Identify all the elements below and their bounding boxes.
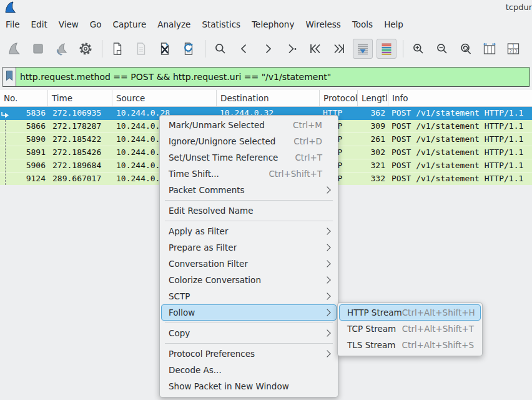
zoom-reset-button[interactable]: [456, 39, 476, 59]
column-header-info[interactable]: Info: [388, 90, 532, 106]
layout-grid-icon: 123: [506, 41, 521, 56]
submenu-item-http-stream[interactable]: HTTP Stream Ctrl+Alt+Shift+H: [339, 304, 481, 321]
submenu-arrow-icon: [323, 292, 330, 299]
chevron-right-dot-icon: [284, 41, 299, 56]
menu-item-label: Follow: [169, 308, 322, 318]
menu-item-sctp[interactable]: SCTP: [161, 288, 337, 304]
menu-tools[interactable]: Tools: [347, 18, 378, 31]
submenu-item-tls-stream[interactable]: TLS Stream Ctrl+Alt+Shift+S: [339, 337, 481, 353]
open-file-button[interactable]: [107, 39, 127, 59]
go-last-packet-button[interactable]: [329, 39, 349, 59]
column-header-source[interactable]: Source: [112, 90, 217, 106]
find-packet-button[interactable]: [210, 39, 230, 59]
menu-item-mark-unmark-selected[interactable]: Mark/Unmark Selected Ctrl+M: [161, 117, 337, 133]
menu-item-ignore-unignore-selected[interactable]: Ignore/Unignore Selected Ctrl+D: [161, 133, 337, 149]
menu-item-label: Set/Unset Time Reference: [169, 152, 295, 162]
submenu-arrow-icon: [323, 186, 330, 193]
menu-item-show-packet-in-new-window[interactable]: Show Packet in New Window: [161, 378, 337, 394]
menu-item-decode-as[interactable]: Decode As...: [161, 362, 337, 378]
menu-item-set-unset-time-reference[interactable]: Set/Unset Time Reference Ctrl+T: [161, 149, 337, 166]
last-packet-icon: [332, 41, 347, 56]
cell-no: 5890: [0, 133, 48, 146]
column-header-time[interactable]: Time: [48, 90, 112, 106]
menu-item-prepare-as-filter[interactable]: Prepare as Filter: [161, 239, 337, 256]
restart-capture-button[interactable]: [52, 39, 72, 59]
menu-go[interactable]: Go: [84, 18, 107, 31]
stop-capture-button[interactable]: [28, 39, 48, 59]
menu-view[interactable]: View: [53, 18, 84, 31]
reload-file-button[interactable]: [179, 39, 199, 59]
menu-item-copy[interactable]: Copy: [161, 325, 337, 341]
menu-item-packet-comments[interactable]: Packet Comments: [161, 182, 337, 198]
colorize-lines-icon: [379, 41, 394, 56]
menu-item-follow[interactable]: Follow: [161, 304, 337, 321]
toolbar-separator: [205, 40, 205, 58]
submenu-arrow-icon: [323, 309, 330, 316]
menu-file[interactable]: File: [0, 18, 26, 31]
display-filter-input[interactable]: [16, 68, 530, 86]
close-file-button[interactable]: [155, 39, 175, 59]
display-filter-bar: [0, 64, 532, 90]
cell-info: POST /v1/statement HTTP/1.1: [388, 159, 532, 172]
menu-wireless[interactable]: Wireless: [300, 18, 347, 31]
open-document-icon: [110, 41, 125, 56]
menu-item-time-shift[interactable]: Time Shift... Ctrl+Shift+T: [161, 166, 337, 182]
menu-item-label: Colorize Conversation: [169, 275, 322, 285]
auto-scroll-button[interactable]: [353, 39, 373, 59]
save-file-button[interactable]: [131, 39, 151, 59]
submenu-arrow-icon: [323, 329, 330, 336]
display-filter-field: [2, 67, 530, 87]
column-header-no[interactable]: No.: [0, 90, 48, 106]
menu-item-conversation-filter[interactable]: Conversation Filter: [161, 256, 337, 272]
go-back-button[interactable]: [234, 39, 254, 59]
go-first-packet-button[interactable]: [305, 39, 325, 59]
cell-info: POST /v1/statement HTTP/1.1: [388, 172, 532, 185]
chevron-left-icon: [237, 41, 252, 56]
zoom-out-button[interactable]: [432, 39, 452, 59]
menu-item-edit-resolved-name[interactable]: Edit Resolved Name: [161, 202, 337, 219]
submenu-arrow-icon: [323, 276, 330, 283]
cell-length: 332: [358, 172, 388, 185]
filter-bookmark-button[interactable]: [2, 68, 16, 86]
menu-item-label: Decode As...: [169, 365, 322, 375]
layout-grid-button[interactable]: 123: [503, 39, 523, 59]
search-icon: [213, 41, 228, 56]
menu-separator: [165, 200, 333, 201]
cell-time: 272.189684: [48, 159, 112, 172]
resize-columns-icon: [482, 41, 497, 56]
cell-info: POST /v1/statement HTTP/1.1: [388, 133, 532, 146]
capture-options-button[interactable]: [76, 39, 96, 59]
column-header-length[interactable]: Lengtl: [358, 90, 388, 106]
cell-length: 321: [358, 159, 388, 172]
menu-item-colorize-conversation[interactable]: Colorize Conversation: [161, 272, 337, 288]
resize-columns-button[interactable]: [480, 39, 500, 59]
column-header-destination[interactable]: Destination: [217, 90, 320, 106]
menu-item-label: Edit Resolved Name: [169, 206, 322, 216]
menu-help[interactable]: Help: [378, 18, 409, 31]
column-header-protocol[interactable]: Protocol: [320, 90, 358, 106]
menu-statistics[interactable]: Statistics: [196, 18, 246, 31]
menu-capture[interactable]: Capture: [107, 18, 152, 31]
cell-length: 309: [358, 120, 388, 132]
menu-item-apply-as-filter[interactable]: Apply as Filter: [161, 223, 337, 239]
go-to-packet-button[interactable]: [282, 39, 302, 59]
cell-info: POST /v1/statement HTTP/1.1: [388, 120, 532, 132]
menu-item-label: Packet Comments: [169, 185, 322, 195]
cell-length: 302: [358, 146, 388, 159]
menu-item-protocol-preferences[interactable]: Protocol Preferences: [161, 346, 337, 362]
menu-analyze[interactable]: Analyze: [152, 18, 196, 31]
submenu-arrow-icon: [323, 260, 330, 267]
start-capture-button[interactable]: [4, 39, 24, 59]
menu-item-label: Apply as Filter: [169, 226, 322, 236]
submenu-item-tcp-stream[interactable]: TCP Stream Ctrl+Alt+Shift+T: [339, 321, 481, 337]
menubar: File Edit View Go Capture Analyze Statis…: [0, 15, 532, 34]
go-forward-button[interactable]: [258, 39, 278, 59]
menu-edit[interactable]: Edit: [26, 18, 53, 31]
close-document-icon: [157, 41, 172, 56]
zoom-in-button[interactable]: [408, 39, 428, 59]
colorize-button[interactable]: [377, 39, 397, 59]
submenu-arrow-icon: [323, 228, 330, 234]
menu-item-label: Copy: [169, 328, 322, 338]
menu-telephony[interactable]: Telephony: [246, 18, 300, 31]
wireshark-window: tcpdur File Edit View Go Capture Analyze…: [0, 0, 532, 400]
